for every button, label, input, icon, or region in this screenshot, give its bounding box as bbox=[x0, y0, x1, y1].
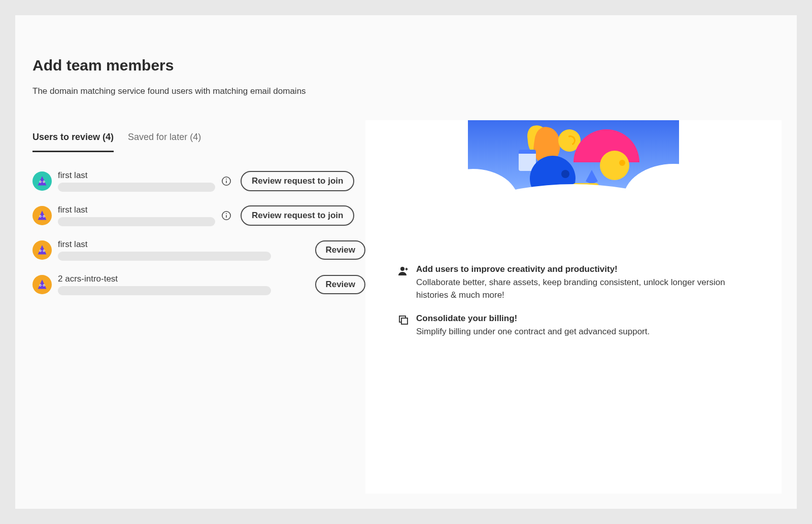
user-email-redacted bbox=[58, 183, 215, 192]
avatar bbox=[32, 275, 52, 294]
copy-icon bbox=[398, 315, 409, 326]
user-row: first lastReview request to join bbox=[32, 170, 365, 192]
benefit-text: Simplify billing under one contract and … bbox=[416, 326, 650, 338]
user-plus-icon bbox=[398, 265, 409, 276]
left-panel: Add team members The domain matching ser… bbox=[30, 57, 365, 494]
review-request-button[interactable]: Review request to join bbox=[241, 171, 354, 191]
svg-rect-28 bbox=[401, 318, 408, 324]
user-info: first last bbox=[58, 205, 215, 226]
svg-point-25 bbox=[44, 285, 45, 286]
benefit-item: Consolidate your billing!Simplify billin… bbox=[398, 313, 749, 338]
svg-point-26 bbox=[400, 267, 404, 271]
right-panel: Add users to improve creativity and prod… bbox=[365, 120, 782, 494]
svg-marker-0 bbox=[38, 176, 47, 185]
svg-point-3 bbox=[40, 181, 41, 182]
benefit-text: Collaborate better, share assets, keep b… bbox=[416, 276, 749, 301]
info-icon[interactable] bbox=[221, 176, 231, 186]
svg-point-11 bbox=[40, 216, 41, 217]
svg-point-19 bbox=[40, 250, 41, 251]
team-illustration bbox=[468, 120, 679, 235]
user-name: first last bbox=[58, 205, 215, 215]
info-icon[interactable] bbox=[221, 211, 231, 221]
page-title: Add team members bbox=[32, 57, 365, 74]
user-name: first last bbox=[58, 239, 271, 250]
user-email-redacted bbox=[58, 286, 271, 295]
user-row: first lastReview bbox=[32, 239, 365, 261]
user-row: first lastReview request to join bbox=[32, 205, 365, 226]
svg-point-12 bbox=[44, 216, 45, 217]
tab-saved-for-later[interactable]: Saved for later (4) bbox=[128, 132, 201, 152]
user-list: first lastReview request to joinfirst la… bbox=[32, 170, 365, 295]
tabs: Users to review (4) Saved for later (4) bbox=[32, 132, 365, 152]
user-info: 2 acrs-intro-test bbox=[58, 274, 271, 295]
user-email-redacted bbox=[58, 217, 215, 226]
avatar bbox=[32, 206, 52, 225]
benefit-item: Add users to improve creativity and prod… bbox=[398, 264, 749, 301]
review-request-button[interactable]: Review request to join bbox=[241, 205, 354, 226]
user-name: first last bbox=[58, 170, 215, 181]
svg-point-24 bbox=[40, 285, 41, 286]
tab-users-to-review[interactable]: Users to review (4) bbox=[32, 132, 114, 152]
svg-point-4 bbox=[44, 181, 45, 182]
user-name: 2 acrs-intro-test bbox=[58, 274, 271, 284]
benefits-list: Add users to improve creativity and prod… bbox=[392, 264, 755, 338]
main-card: Add team members The domain matching ser… bbox=[15, 15, 797, 509]
svg-marker-16 bbox=[38, 245, 47, 254]
avatar bbox=[32, 240, 52, 260]
user-email-redacted bbox=[58, 252, 271, 261]
avatar bbox=[32, 171, 52, 191]
user-info: first last bbox=[58, 239, 271, 261]
review-button[interactable]: Review bbox=[315, 240, 365, 260]
benefit-title: Add users to improve creativity and prod… bbox=[416, 264, 749, 274]
benefit-title: Consolidate your billing! bbox=[416, 313, 650, 324]
user-row: 2 acrs-intro-testReview bbox=[32, 274, 365, 295]
svg-point-7 bbox=[226, 179, 227, 180]
svg-point-20 bbox=[44, 250, 45, 251]
page-subtitle: The domain matching service found users … bbox=[32, 86, 365, 96]
svg-marker-8 bbox=[38, 211, 47, 220]
svg-point-15 bbox=[226, 213, 227, 214]
svg-marker-21 bbox=[38, 280, 47, 289]
user-info: first last bbox=[58, 170, 215, 192]
review-button[interactable]: Review bbox=[315, 275, 365, 294]
